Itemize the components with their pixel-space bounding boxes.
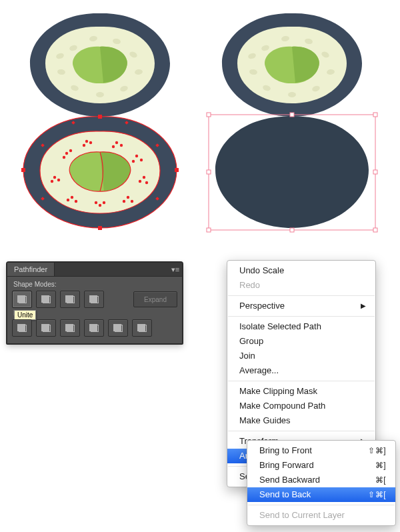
unite-icon	[17, 295, 27, 303]
svg-rect-10	[98, 115, 102, 119]
svg-rect-58	[207, 113, 211, 117]
merge-icon	[65, 324, 75, 332]
pathfinder-tab[interactable]: Pathfinder	[7, 263, 55, 276]
menu-separator	[228, 381, 375, 381]
divide-icon	[17, 324, 27, 332]
svg-point-38	[99, 204, 101, 207]
svg-point-6	[96, 92, 104, 97]
intersect-button[interactable]	[60, 291, 80, 308]
arrange-submenu[interactable]: Bring to Front⇧⌘]Bring Forward⌘]Send Bac…	[247, 440, 396, 526]
svg-point-39	[95, 201, 97, 204]
svg-point-24	[89, 141, 92, 144]
menu-item: Redo	[227, 278, 375, 293]
menu-separator	[228, 295, 375, 296]
menu-separator	[228, 431, 375, 431]
svg-point-36	[123, 200, 125, 203]
svg-point-41	[71, 196, 73, 199]
unite-button[interactable]: Unite	[12, 291, 32, 308]
svg-point-29	[135, 155, 138, 157]
svg-point-28	[112, 145, 115, 148]
svg-rect-59	[290, 113, 294, 117]
svg-point-32	[143, 176, 145, 179]
svg-point-44	[53, 176, 56, 179]
svg-point-35	[127, 196, 129, 199]
submenu-arrow-icon: ▶	[361, 300, 366, 312]
menu-item[interactable]: Perspective▶	[227, 299, 375, 313]
menu-item[interactable]: Send to Back⇧⌘[	[247, 487, 395, 502]
svg-point-20	[65, 152, 68, 155]
menu-item[interactable]: Make Guides	[227, 413, 375, 428]
svg-point-53	[288, 92, 296, 97]
menu-item-label: Isolate Selected Path	[239, 321, 321, 333]
menu-shortcut: ⇧⌘]	[361, 445, 386, 457]
svg-rect-60	[373, 113, 377, 117]
svg-rect-11	[175, 168, 179, 172]
outline-button[interactable]	[108, 319, 128, 337]
menu-item-label: Join	[239, 350, 255, 362]
menu-item-label: Make Clipping Mask	[239, 385, 317, 397]
svg-point-21	[69, 149, 72, 152]
svg-rect-13	[21, 168, 25, 172]
svg-point-31	[132, 160, 135, 163]
svg-point-42	[75, 200, 77, 203]
menu-item[interactable]: Make Compound Path	[227, 399, 375, 413]
menu-shortcut: ⌘]	[369, 459, 386, 471]
trim-icon	[41, 324, 51, 332]
pathfinder-panel: Pathfinder ▾≡ Shape Modes: Unite Expand …	[7, 262, 183, 344]
svg-point-25	[83, 144, 85, 147]
crop-button[interactable]	[84, 319, 104, 337]
menu-item-label: Send to Current Layer	[259, 509, 345, 521]
svg-point-37	[131, 200, 133, 203]
svg-point-34	[145, 181, 148, 184]
expand-button[interactable]: Expand	[133, 291, 177, 307]
exclude-icon	[89, 295, 99, 303]
pathfinders-label: Path	[13, 309, 177, 317]
menu-item-label: Perspective	[239, 300, 285, 312]
menu-item[interactable]: Undo Scale	[227, 263, 375, 278]
menu-item-label: Average...	[239, 365, 279, 377]
menu-item[interactable]: Bring Forward⌘]	[247, 458, 395, 473]
menu-item-label: Group	[239, 335, 263, 347]
minus-back-button[interactable]	[132, 319, 152, 337]
sushi-top-left	[30, 13, 170, 117]
pathfinder-header[interactable]: Pathfinder ▾≡	[7, 263, 182, 277]
svg-point-45	[57, 179, 60, 181]
menu-item[interactable]: Send Backward⌘[	[247, 473, 395, 487]
menu-item[interactable]: Join	[227, 349, 375, 363]
svg-point-46	[51, 180, 53, 183]
minus-back-icon	[137, 324, 147, 332]
unite-tooltip: Unite	[14, 310, 36, 320]
panel-flyout-menu-icon[interactable]: ▾≡	[169, 263, 182, 276]
menu-item-label: Undo Scale	[239, 265, 284, 277]
svg-point-33	[139, 180, 141, 183]
menu-item-label: Make Compound Path	[239, 400, 325, 412]
svg-point-40	[103, 201, 105, 204]
menu-item-label: Bring Forward	[259, 459, 314, 471]
svg-point-43	[67, 199, 69, 201]
minus-front-icon	[41, 295, 51, 303]
menu-item[interactable]: Group	[227, 334, 375, 349]
menu-item[interactable]: Isolate Selected Path	[227, 319, 375, 334]
trim-button[interactable]	[36, 319, 56, 337]
canvas-artwork	[0, 0, 400, 247]
pathfinders-row	[12, 319, 177, 337]
menu-item[interactable]: Average...	[227, 363, 375, 378]
svg-rect-64	[290, 228, 294, 232]
menu-separator	[248, 505, 395, 505]
menu-item-label: Bring to Front	[259, 445, 312, 457]
menu-item[interactable]: Make Clipping Mask	[227, 384, 375, 399]
exclude-button[interactable]	[84, 291, 104, 308]
menu-item-label: Make Guides	[239, 415, 291, 427]
menu-item[interactable]: Bring to Front⇧⌘]	[247, 443, 395, 458]
menu-shortcut: ⇧⌘[	[361, 489, 386, 501]
svg-rect-65	[373, 228, 377, 232]
menu-shortcut: ⌘[	[369, 474, 386, 486]
svg-point-22	[63, 156, 65, 159]
sushi-bottom-left-selected	[21, 115, 179, 230]
minus-front-button[interactable]	[36, 291, 56, 308]
svg-rect-12	[98, 226, 102, 230]
merge-button[interactable]	[60, 319, 80, 337]
menu-separator	[228, 316, 375, 317]
bottom-right-shape-selected	[207, 113, 377, 232]
divide-button[interactable]	[12, 319, 32, 337]
